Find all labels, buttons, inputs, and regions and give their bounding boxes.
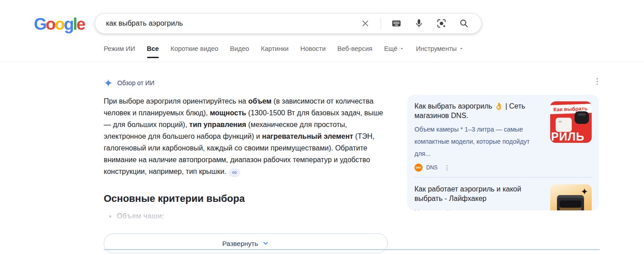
ai-overview-label: Обзор от ИИ: [117, 79, 154, 87]
paragraph-segment-bold: тип управления: [189, 121, 246, 128]
search-input[interactable]: [106, 19, 356, 27]
microphone-icon[interactable]: [410, 14, 428, 32]
tab-label: Все: [147, 45, 159, 52]
citation-link-chip[interactable]: [229, 168, 240, 177]
tab-label: Короткие видео: [170, 45, 218, 52]
paragraph-segment-bold: нагревательный элемент: [262, 132, 353, 140]
clear-icon[interactable]: [356, 14, 374, 32]
logo-letter: e: [76, 15, 84, 33]
search-bar-icons: [356, 14, 473, 32]
tab-short-videos[interactable]: Короткие видео: [170, 45, 218, 58]
search-icon[interactable]: [455, 14, 473, 32]
card-title-link[interactable]: Как работает аэрогриль и какой выбрать -…: [414, 184, 544, 203]
chevron-down-icon: [459, 46, 464, 51]
card-text: Как выбрать аэрогриль 👌 | Сеть магазинов…: [414, 101, 544, 172]
tab-news[interactable]: Новости: [300, 45, 326, 58]
search-bar[interactable]: [95, 13, 482, 34]
tab-videos[interactable]: Видео: [230, 45, 249, 58]
airfryer-image: [557, 195, 584, 210]
tab-all[interactable]: Все: [147, 45, 159, 58]
link-icon: [232, 170, 237, 175]
tab-images[interactable]: Картинки: [261, 45, 288, 58]
ai-sparkle-icon: [104, 78, 113, 87]
tab-label: Новости: [300, 45, 326, 52]
card-snippet: Объем камеры * 1–3 литра — самые компакт…: [414, 123, 544, 160]
paragraph-segment-bold: мощность: [210, 109, 246, 117]
logo-letter: o: [46, 15, 55, 33]
bullet-dot: [109, 215, 111, 218]
faded-bullet-item: Объем чаши:: [109, 212, 389, 220]
overview-bottom-divider: [104, 249, 600, 250]
card-snippet: Мощность Чем выше мощность, тем быстрее …: [414, 206, 544, 210]
logo-letter: g: [64, 15, 73, 33]
google-lens-icon[interactable]: [432, 14, 451, 32]
card-title-link[interactable]: Как выбрать аэрогриль 👌 | Сеть магазинов…: [414, 101, 544, 120]
tab-more[interactable]: Ещё: [384, 45, 405, 58]
source-card-dns[interactable]: Как выбрать аэрогриль 👌 | Сеть магазинов…: [407, 95, 599, 177]
tab-label: Видео: [230, 45, 249, 52]
dns-favicon: DNS: [414, 164, 423, 172]
ai-overview-main: Обзор от ИИ При выборе аэрогриля ориенти…: [104, 62, 389, 253]
card-text: Как работает аэрогриль и какой выбрать -…: [414, 184, 544, 210]
search-header: Google: [0, 0, 644, 43]
paragraph-segment-bold: объем: [248, 97, 271, 105]
logo-letter: o: [55, 15, 64, 33]
tab-label: Веб-версия: [337, 45, 373, 52]
google-logo[interactable]: Google: [34, 15, 84, 34]
sparkle-icon: [581, 188, 588, 195]
tab-tools[interactable]: Инструменты: [416, 45, 463, 58]
expand-button[interactable]: Развернуть: [104, 233, 388, 253]
tab-label: Картинки: [261, 45, 288, 52]
tab-label: Ещё: [384, 45, 398, 52]
chevron-down-icon: [400, 46, 404, 51]
source-name: DNS: [426, 164, 437, 171]
expand-button-label: Развернуть: [222, 240, 258, 247]
logo-letter: G: [34, 15, 46, 33]
faded-bullet-label: Объем чаши:: [117, 212, 164, 220]
overview-more-options-icon[interactable]: ⋮: [592, 76, 603, 87]
tab-label: Режим ИИ: [104, 45, 135, 52]
criteria-heading: Основные критерии выбора: [104, 193, 389, 205]
search-tabs: Режим ИИ Все Короткие видео Видео Картин…: [104, 45, 464, 58]
card-more-options-icon[interactable]: ⋮: [444, 164, 450, 171]
source-row: DNS DNS ⋮: [414, 164, 544, 172]
icon-divider: [381, 18, 381, 29]
ai-overview-paragraph: При выборе аэрогриля ориентируйтесь на о…: [104, 96, 389, 178]
source-cards-panel: Как выбрать аэрогриль 👌 | Сеть магазинов…: [407, 95, 599, 210]
paragraph-segment: При выборе аэрогриля ориентируйтесь на: [104, 97, 248, 105]
tab-label: Инструменты: [416, 45, 456, 52]
card-thumbnail[interactable]: Как выбрать РИЛЬ: [550, 101, 592, 143]
airfryer-image: [575, 111, 589, 124]
chevron-down-icon: [262, 240, 269, 247]
tab-ai-mode[interactable]: Режим ИИ: [104, 45, 135, 58]
ai-overview-header: Обзор от ИИ: [104, 78, 389, 87]
keyboard-icon[interactable]: [387, 14, 405, 32]
source-card-lifehacker[interactable]: Как работает аэрогриль и какой выбрать -…: [407, 178, 599, 210]
thumbnail-big-text: РИЛЬ: [551, 130, 584, 143]
tab-web[interactable]: Веб-версия: [337, 45, 373, 58]
card-thumbnail[interactable]: [550, 184, 592, 210]
